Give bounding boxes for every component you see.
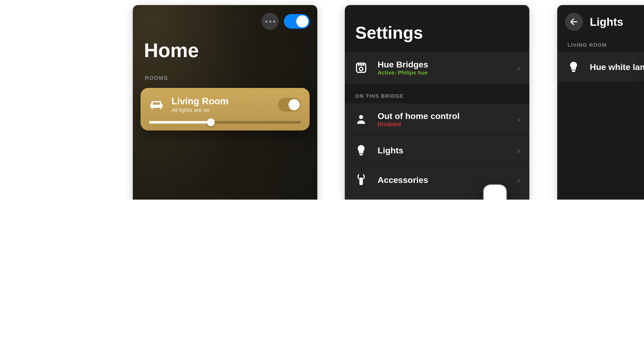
settings-item-accessories[interactable]: Accessories › [345,165,529,195]
brightness-slider[interactable] [149,121,301,124]
dot-icon [269,20,271,22]
section-on-this-bridge: ON THIS BRIDGE [345,84,529,103]
nav-title: Lights [583,15,644,29]
settings-item-entertainment[interactable]: Entertainment areas › [345,195,529,200]
chevron-right-icon: › [517,145,520,155]
item-status: Disabled [377,121,517,128]
group-living-room: LIVING ROOM [557,37,644,52]
settings-item-lights[interactable]: Lights › [345,136,529,165]
room-subtitle: All lights are on [171,107,270,113]
chevron-right-icon: › [517,114,520,124]
slider-fill [149,121,210,124]
item-title: Out of home control [377,111,517,121]
master-toggle[interactable] [284,14,310,29]
svg-point-6 [363,64,364,65]
svg-point-3 [359,67,363,71]
svg-point-7 [359,115,363,119]
sofa-icon [149,97,164,112]
screen-lights: Lights LIVING ROOM Hue white lamp 1 c HO… [557,5,644,200]
back-button[interactable] [565,13,583,31]
toggle-knob [289,99,300,110]
chevron-right-icon: › [517,175,520,185]
person-icon [354,112,368,126]
settings-item-out-of-home[interactable]: Out of home control Disabled › [345,103,529,135]
svg-point-4 [358,64,359,65]
slider-thumb [207,118,215,126]
room-name: Living Room [171,96,270,107]
dot-icon [273,20,275,22]
item-status: Active: Philips hue [377,69,517,76]
bridge-icon [354,61,368,75]
toggle-knob [296,15,308,28]
room-card-living-room[interactable]: Living Room All lights are on [140,88,310,130]
item-title: Lights [377,145,517,155]
rooms-header: ROOMS [133,70,317,85]
screen-home: Home ROOMS Living Room All lights are on… [133,5,317,200]
svg-rect-8 [359,178,363,185]
bulb-icon [354,143,368,157]
more-button[interactable] [262,13,279,30]
chevron-right-icon: › [517,63,520,73]
dot-icon [265,20,267,22]
screen-settings: Settings Hue Bridges Active: Philips hue… [345,5,529,200]
page-title: Settings [345,5,529,52]
room-toggle[interactable] [278,98,301,111]
bulb-icon [566,60,580,74]
item-title: Accessories [377,175,517,185]
svg-point-5 [361,64,362,65]
light-item-hue-white-lamp-1[interactable]: Hue white lamp 1 [557,52,644,82]
remote-icon [354,173,368,187]
item-title: Hue Bridges [377,60,517,69]
settings-item-hue-bridges[interactable]: Hue Bridges Active: Philips hue › [345,52,529,84]
light-name: Hue white lamp 1 [590,62,644,72]
page-title: Home [133,33,317,70]
